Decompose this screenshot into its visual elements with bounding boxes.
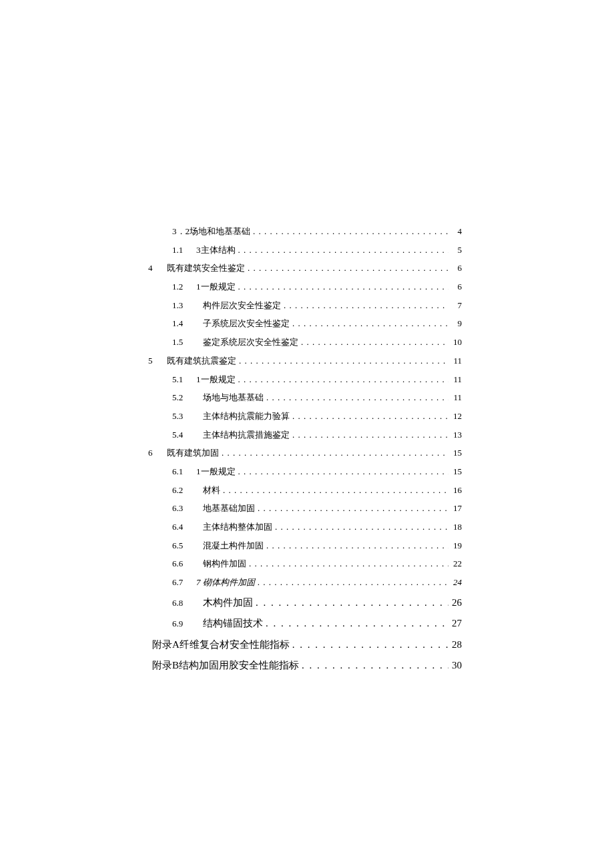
toc-leader-dots [238,372,449,388]
toc-label: 结构锚固技术 [203,614,263,633]
toc-entry: 6.2 材料 16 [152,482,462,499]
toc-label: 钢构件加固 [203,556,246,572]
toc-chapter: 4 既有建筑安全性鉴定 6 [152,260,462,277]
toc-leader-dots [239,353,448,370]
toc-leader-dots [258,500,448,517]
toc-entry: 1.5 鉴定系统层次安全性鉴定 10 [152,334,462,351]
toc-number: 6.4 [172,519,196,536]
toc-number: 6.2 [172,482,196,499]
toc-label: 既有建筑抗震鉴定 [167,353,236,370]
toc-entry: 6.8 木构件加固 26 [152,593,462,612]
toc-label: 木构件加固 [203,593,253,612]
toc-leader-dots [275,519,448,536]
toc-leader-dots [266,538,448,554]
toc-entry: 5.1 1一般规定 11 [152,372,462,388]
toc-leader-dots [222,445,448,462]
toc-label: 主体结构抗震措施鉴定 [203,427,290,444]
toc-number: 6.8 [172,595,196,612]
toc-number: 6.5 [172,538,196,554]
toc-entry: 3．2场地和地基基础 4 [152,224,462,240]
toc-entry: 6.3 地基基础加固 17 [152,500,462,517]
toc-label: 材料 [203,482,220,499]
toc-label: 附录A纤维复合材安全性能指标 [152,635,290,655]
toc-label: 混凝土构件加固 [203,538,264,554]
toc-label: 1一般规定 [196,279,236,296]
toc-page: 11 [451,353,462,370]
toc-page: 28 [451,635,462,655]
toc-entry: 5.3 主体结构抗震能力验算 12 [152,408,462,425]
toc-page: 6 [451,279,462,296]
toc-page: 18 [451,519,462,536]
toc-leader-dots [249,556,448,572]
toc-page: 11 [451,390,462,406]
toc-label: 鉴定系统层次安全性鉴定 [203,334,298,351]
toc-label: 既有建筑安全性鉴定 [167,260,245,277]
toc-page: 12 [451,408,462,425]
toc-leader-dots [266,390,448,406]
toc-leader-dots [248,260,448,277]
toc-entry: 6.7 7 砌体构件加固 24 [152,574,462,591]
document-page: 3．2场地和地基基础 4 1.1 3主体结构 5 4 既有建筑安全性鉴定 6 1… [0,0,614,675]
toc-number: 5 [148,353,167,370]
toc-entry: 6.1 1一般规定 15 [152,464,462,480]
toc-page: 22 [451,556,462,572]
toc-entry: 1.4 子系统层次安全性鉴定 9 [152,316,462,332]
toc-label: 附录B结构加固用胶安全性能指标 [152,656,299,675]
toc-leader-dots [302,656,448,675]
toc-leader-dots [253,224,448,240]
toc-page: 11 [451,372,462,388]
toc-page: 15 [451,464,462,480]
toc-page: 5 [451,242,462,259]
toc-leader-dots [284,298,448,314]
toc-entry: 1.2 1一般规定 6 [152,279,462,296]
toc-page: 19 [451,538,462,554]
toc-number: 1.4 [172,316,196,332]
toc-number: 6 [148,445,167,462]
toc-label: 主体结构整体加固 [203,519,272,536]
toc-chapter: 5 既有建筑抗震鉴定 11 [152,353,462,370]
toc-entry: 6.6 钢构件加固 22 [152,556,462,572]
toc-leader-dots [223,482,448,499]
toc-page: 30 [451,656,462,675]
toc-page: 15 [451,445,462,462]
toc-label: 场地与地基基础 [203,390,264,406]
toc-label: 7 砌体构件加固 [196,574,255,591]
toc-label: 3主体结构 [196,242,236,259]
toc-entry: 1.3 构件层次安全性鉴定 7 [152,298,462,314]
toc-label: 构件层次安全性鉴定 [203,298,281,314]
toc-appendix: 附录A纤维复合材安全性能指标 28 [152,635,462,655]
toc-page: 24 [451,574,462,591]
toc-page: 7 [451,298,462,314]
toc-number: 1.3 [172,298,196,314]
toc-page: 4 [451,224,462,240]
toc-label: 子系统层次安全性鉴定 [203,316,290,332]
toc-leader-dots [238,279,449,296]
toc-leader-dots [292,408,448,425]
toc-leader-dots [238,464,449,480]
toc-label: 3．2场地和地基基础 [172,224,250,240]
toc-appendix: 附录B结构加固用胶安全性能指标 30 [152,656,462,675]
table-of-contents: 3．2场地和地基基础 4 1.1 3主体结构 5 4 既有建筑安全性鉴定 6 1… [152,224,462,675]
toc-page: 6 [451,260,462,277]
toc-page: 10 [451,334,462,351]
toc-number: 1.2 [172,279,196,296]
toc-number: 6.6 [172,556,196,572]
toc-leader-dots [238,242,449,259]
toc-number: 6.7 [172,574,196,591]
toc-number: 6.9 [172,616,196,632]
toc-number: 6.1 [172,464,196,480]
toc-label: 1一般规定 [196,372,236,388]
toc-entry: 5.4 主体结构抗震措施鉴定 13 [152,427,462,444]
toc-page: 26 [451,593,462,612]
toc-entry: 6.4 主体结构整体加固 18 [152,519,462,536]
toc-page: 13 [451,427,462,444]
toc-page: 17 [451,500,462,517]
toc-number: 1.5 [172,334,196,351]
toc-number: 4 [148,260,167,277]
toc-entry: 1.1 3主体结构 5 [152,242,462,259]
toc-leader-dots [292,635,448,655]
toc-leader-dots [256,593,448,612]
toc-entry: 6.9 结构锚固技术 27 [152,614,462,633]
toc-label: 既有建筑加固 [167,445,219,462]
toc-label: 主体结构抗震能力验算 [203,408,290,425]
